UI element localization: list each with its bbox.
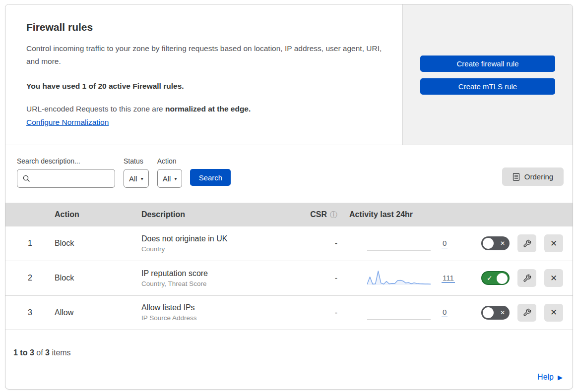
delete-rule-button[interactable]: ✕ — [544, 269, 563, 287]
info-icon[interactable]: ⓘ — [330, 210, 337, 220]
table-row: 3 Allow Allow listed IPs IP Source Addre… — [5, 296, 573, 331]
rule-enabled-toggle[interactable]: ✓ ✕ — [481, 271, 510, 285]
status-dropdown-value: All — [129, 174, 137, 183]
side-panel: Create firewall rule Create mTLS rule — [402, 4, 573, 145]
search-box — [17, 169, 115, 188]
edit-rule-button[interactable] — [517, 234, 536, 252]
rule-activity-cell: 0 — [349, 234, 468, 252]
ordering-button-label: Ordering — [524, 172, 553, 181]
activity-sparkline — [367, 269, 431, 287]
chevron-down-icon: ▾ — [141, 176, 143, 181]
description-column-header: Description — [141, 210, 290, 219]
edit-rule-button[interactable] — [517, 304, 536, 322]
rule-action: Allow — [55, 308, 141, 317]
table-header: Action Description CSRⓘ Activity last 24… — [5, 203, 573, 226]
rule-controls: ✓ ✕ ✕ — [468, 304, 573, 322]
rule-action: Block — [55, 274, 141, 282]
delete-rule-button[interactable]: ✕ — [544, 234, 563, 252]
arrow-right-icon: ▶ — [558, 374, 563, 381]
rule-priority: 3 — [5, 308, 55, 317]
activity-column-header: Activity last 24hr — [349, 210, 468, 219]
activity-sparkline — [367, 304, 431, 322]
create-firewall-rule-button[interactable]: Create firewall rule — [420, 56, 555, 72]
filter-bar: Search description... Status All ▾ Actio… — [5, 145, 573, 203]
status-filter-group: Status All ▾ — [124, 157, 149, 188]
rule-priority: 1 — [5, 239, 55, 248]
csr-column-label: CSR — [310, 210, 327, 219]
rule-activity-cell: 0 — [349, 304, 468, 322]
csr-column-header: CSRⓘ — [290, 210, 349, 220]
help-bar: Help ▶ — [5, 365, 573, 389]
top-section: Firewall rules Control incoming traffic … — [5, 4, 573, 145]
rule-controls: ✓ ✕ ✕ — [468, 234, 573, 252]
rule-description: Does not originate in UK — [141, 234, 290, 243]
pagination-total: 3 — [45, 348, 50, 357]
pagination-summary: 1 to 3 of 3 items — [5, 330, 573, 365]
check-icon: ✓ — [487, 274, 493, 282]
pagination-items: items — [50, 348, 71, 357]
rule-controls: ✓ ✕ ✕ — [468, 269, 573, 287]
delete-rule-button[interactable]: ✕ — [544, 304, 563, 322]
search-input[interactable] — [34, 169, 133, 187]
page-title: Firewall rules — [26, 21, 383, 33]
rule-description-cell: Allow listed IPs IP Source Address — [141, 303, 290, 322]
toggle-knob — [483, 238, 494, 249]
rule-description: Allow listed IPs — [141, 303, 290, 312]
intro-panel: Firewall rules Control incoming traffic … — [5, 4, 402, 145]
configure-normalization-link[interactable]: Configure Normalization — [26, 118, 109, 127]
action-dropdown[interactable]: All ▾ — [157, 169, 183, 188]
rule-priority: 2 — [5, 274, 55, 282]
search-label: Search description... — [17, 157, 115, 165]
normalization-line: URL-encoded Requests to this zone are no… — [26, 105, 383, 113]
rule-activity-cell: 111 — [349, 269, 468, 287]
search-icon — [22, 174, 30, 182]
usage-summary: You have used 1 of 20 active Firewall ru… — [26, 82, 383, 91]
status-dropdown[interactable]: All ▾ — [124, 169, 149, 188]
help-link-label: Help — [537, 373, 554, 382]
rule-criteria: Country, Threat Score — [141, 280, 290, 287]
status-label: Status — [124, 157, 149, 165]
rule-description-cell: IP reputation score Country, Threat Scor… — [141, 269, 290, 287]
rule-csr: - — [290, 274, 349, 282]
toggle-knob — [497, 273, 508, 284]
activity-count-link[interactable]: 0 — [442, 239, 448, 248]
activity-count-link[interactable]: 0 — [442, 308, 448, 317]
wrench-icon — [523, 308, 531, 317]
wrench-icon — [523, 239, 531, 248]
rule-description-cell: Does not originate in UK Country — [141, 234, 290, 253]
ordering-list-icon — [512, 173, 520, 181]
create-mtls-rule-button[interactable]: Create mTLS rule — [420, 78, 555, 95]
close-icon: ✕ — [550, 238, 557, 249]
pagination-of: of — [34, 348, 45, 357]
rule-enabled-toggle[interactable]: ✓ ✕ — [481, 236, 510, 250]
rule-enabled-toggle[interactable]: ✓ ✕ — [481, 306, 510, 320]
activity-count-link[interactable]: 111 — [442, 274, 455, 283]
table-row: 2 Block IP reputation score Country, Thr… — [5, 261, 573, 296]
normalization-prefix: URL-encoded Requests to this zone are — [26, 105, 165, 113]
normalization-bold: normalized at the edge. — [165, 105, 251, 113]
search-button[interactable]: Search — [190, 169, 231, 186]
help-link[interactable]: Help ▶ — [537, 373, 563, 382]
close-icon: ✕ — [550, 307, 557, 318]
x-icon: ✕ — [500, 309, 505, 316]
search-group: Search description... — [17, 157, 115, 188]
table-row: 1 Block Does not originate in UK Country… — [5, 226, 573, 261]
action-filter-group: Action All ▾ — [157, 157, 183, 188]
rule-csr: - — [290, 239, 349, 248]
activity-sparkline — [367, 234, 431, 252]
rule-action: Block — [55, 239, 141, 248]
wrench-icon — [523, 274, 531, 282]
action-label: Action — [157, 157, 183, 165]
action-column-header: Action — [55, 210, 141, 219]
rule-description: IP reputation score — [141, 269, 290, 278]
action-dropdown-value: All — [163, 174, 171, 183]
toggle-knob — [483, 307, 494, 318]
x-icon: ✕ — [500, 240, 505, 247]
rule-criteria: Country — [141, 245, 290, 253]
edit-rule-button[interactable] — [517, 269, 536, 287]
ordering-button[interactable]: Ordering — [502, 168, 564, 186]
chevron-down-icon: ▾ — [174, 176, 177, 181]
rule-criteria: IP Source Address — [141, 314, 290, 322]
pagination-range: 1 to 3 — [13, 348, 34, 357]
firewall-rules-card: Firewall rules Control incoming traffic … — [5, 4, 573, 390]
